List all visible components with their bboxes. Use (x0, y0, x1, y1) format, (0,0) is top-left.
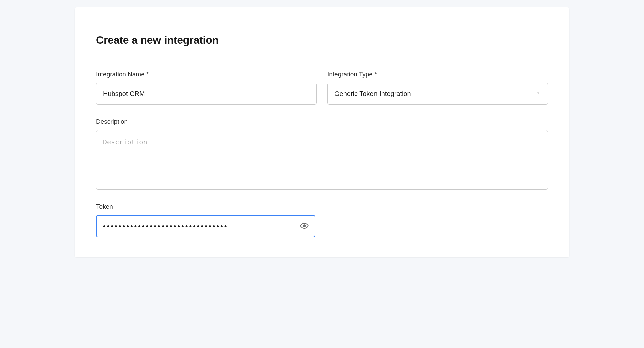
svg-point-0 (303, 225, 306, 227)
token-label: Token (96, 203, 548, 210)
integration-type-selected[interactable]: Generic Token Integration (327, 83, 548, 105)
page-title: Create a new integration (96, 34, 548, 47)
description-textarea[interactable] (96, 130, 548, 190)
integration-form-card: Create a new integration Integration Nam… (75, 7, 569, 257)
integration-type-label: Integration Type * (327, 71, 548, 78)
integration-name-label: Integration Name * (96, 71, 317, 78)
field-integration-name: Integration Name * (96, 71, 317, 105)
description-label: Description (96, 118, 548, 125)
row-name-type: Integration Name * Integration Type * Ge… (96, 71, 548, 105)
toggle-token-visibility-button[interactable] (298, 220, 311, 233)
field-token: Token (96, 203, 548, 237)
eye-icon (300, 222, 309, 231)
integration-type-select[interactable]: Generic Token Integration (327, 83, 548, 105)
integration-name-input[interactable] (96, 83, 317, 105)
token-input[interactable] (96, 215, 315, 237)
field-integration-type: Integration Type * Generic Token Integra… (327, 71, 548, 105)
field-description: Description (96, 118, 548, 190)
